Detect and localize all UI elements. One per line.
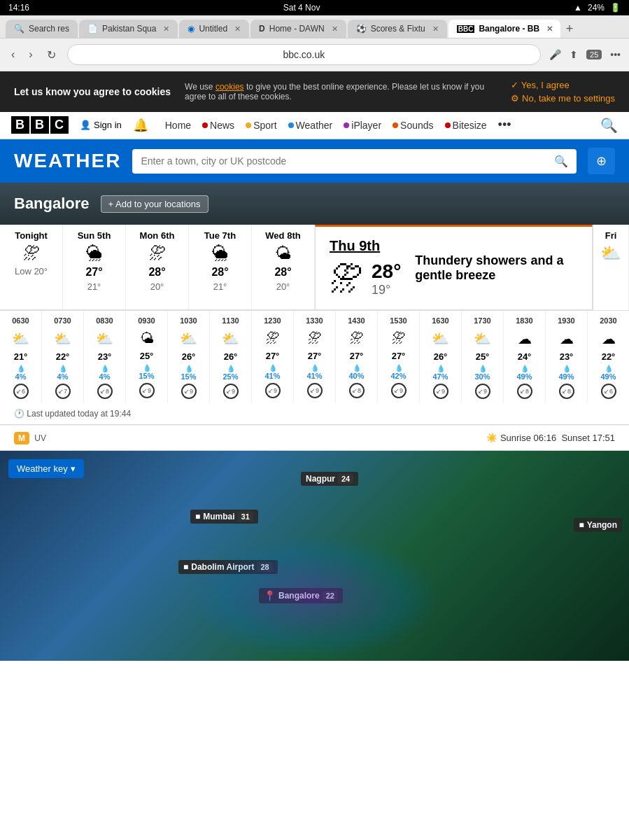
tab-close-pakistan[interactable]: ✕ bbox=[163, 24, 169, 34]
wind-speed: 9 bbox=[274, 387, 277, 394]
address-input[interactable] bbox=[67, 44, 541, 65]
wind-speed: 9 bbox=[316, 387, 319, 394]
wind-speed: 9 bbox=[441, 388, 445, 395]
uv-section: M UV bbox=[14, 433, 46, 443]
tab-close-scores[interactable]: ✕ bbox=[432, 24, 439, 34]
forecast-day-tue7[interactable]: Tue 7th 🌦 28° 21° bbox=[189, 225, 252, 309]
selected-high-temp: 28° bbox=[372, 260, 401, 283]
notification-bell[interactable]: 🔔 bbox=[133, 118, 148, 133]
hourly-time: 1930 bbox=[558, 314, 574, 328]
forecast-day-wed8[interactable]: Wed 8th 🌤 28° 20° bbox=[252, 225, 315, 309]
hourly-icon: 🌤 bbox=[140, 328, 154, 349]
nav-iplayer[interactable]: iPlayer bbox=[344, 120, 381, 131]
hourly-temp: 25° bbox=[140, 349, 154, 363]
hourly-time: 1130 bbox=[222, 314, 239, 328]
cookies-link[interactable]: cookies bbox=[215, 82, 244, 92]
precip-dots: 💧 bbox=[395, 364, 403, 372]
hourly-time: 1230 bbox=[264, 314, 281, 328]
back-button[interactable]: ‹ bbox=[8, 46, 17, 64]
hourly-wind: ↙ 8 bbox=[558, 382, 576, 400]
hourly-precip: 💧 49% bbox=[558, 363, 574, 382]
nav-more-button[interactable]: ••• bbox=[498, 118, 511, 132]
forward-button[interactable]: › bbox=[26, 46, 35, 64]
nav-home[interactable]: Home bbox=[165, 120, 191, 131]
hourly-col-1230: 1230 ⛈ 27° 💧 41% ↙ 9 bbox=[252, 311, 294, 403]
add-location-button[interactable]: + Add to your locations bbox=[101, 195, 209, 213]
map-label-nagpur[interactable]: Nagpur 24 bbox=[301, 472, 358, 486]
location-name: Bangalore bbox=[14, 195, 90, 213]
cookie-left-text: Let us know you agree to cookies bbox=[14, 86, 171, 97]
hourly-col-0630: 0630 ⛅ 21° 💧 4% ↙ 6 bbox=[0, 311, 42, 403]
map-label-yangon[interactable]: ■ Yangon bbox=[574, 518, 622, 532]
nav-news[interactable]: News bbox=[202, 120, 234, 131]
hourly-precip: 💧 30% bbox=[474, 363, 490, 382]
precip-dots: 💧 bbox=[143, 364, 151, 372]
cookie-mid-text: We use cookies to give you the best onli… bbox=[185, 82, 497, 102]
weather-search-icon[interactable]: 🔍 bbox=[554, 155, 568, 168]
cookie-yes-button[interactable]: ✓ Yes, I agree bbox=[511, 80, 615, 90]
hourly-temp: 27° bbox=[266, 349, 280, 363]
hourly-col-1930: 1930 ☁ 23° 💧 49% ↙ 8 bbox=[546, 311, 588, 403]
hourly-col-1830: 1830 ☁ 24° 💧 49% ↙ 8 bbox=[504, 311, 546, 403]
cookie-banner: Let us know you agree to cookies We use … bbox=[0, 71, 629, 112]
selected-day-info: Thu 9th ⛈ 28° 19° bbox=[330, 238, 401, 298]
share-icon[interactable]: ⬆ bbox=[570, 49, 578, 60]
uv-badge: M bbox=[14, 432, 29, 444]
forecast-day-mon6[interactable]: Mon 6th ⛈ 28° 20° bbox=[126, 225, 189, 309]
tab-label: Pakistan Squa bbox=[102, 24, 156, 34]
hourly-temp: 24° bbox=[518, 350, 532, 363]
mic-icon[interactable]: 🎤 bbox=[549, 49, 561, 60]
nav-sounds[interactable]: Sounds bbox=[393, 120, 433, 131]
forecast-day-tonight[interactable]: Tonight ⛈ Low 20° bbox=[0, 225, 63, 309]
map-section: Weather key ▾ Nagpur 24 ■ Mumbai 31 ■ Ya… bbox=[0, 451, 629, 661]
hourly-temp: 27° bbox=[392, 349, 406, 363]
hourly-forecast: 0630 ⛅ 21° 💧 4% ↙ 6 0730 ⛅ 22° 💧 4% ↙ 7 … bbox=[0, 311, 629, 403]
tab-close-dawn[interactable]: ✕ bbox=[332, 24, 338, 34]
refresh-button[interactable]: ↻ bbox=[44, 46, 59, 64]
weather-locate-button[interactable]: ⊕ bbox=[588, 148, 615, 174]
tab-close-untitled[interactable]: ✕ bbox=[234, 24, 241, 34]
precip-dots: 💧 bbox=[227, 365, 235, 372]
precip-pct: 15% bbox=[181, 372, 196, 381]
weather-search-input[interactable] bbox=[141, 155, 549, 167]
tab-search-res[interactable]: 🔍 Search res bbox=[6, 20, 78, 38]
bbc-search-button[interactable]: 🔍 bbox=[600, 117, 618, 134]
hourly-wind: ↙ 9 bbox=[474, 382, 492, 400]
sport-label: Sport bbox=[253, 120, 276, 131]
tab-scores[interactable]: ⚽ Scores & Fixtu ✕ bbox=[348, 20, 447, 38]
nav-weather[interactable]: Weather bbox=[288, 120, 333, 131]
nav-links: Home News Sport Weather iPlayer Sounds B… bbox=[165, 118, 511, 132]
cookie-no-button[interactable]: ⚙ No, take me to settings bbox=[511, 93, 615, 104]
more-button[interactable]: ••• bbox=[610, 49, 621, 60]
hourly-icon: ⛈ bbox=[392, 328, 406, 349]
tab-favicon: ◉ bbox=[188, 24, 195, 34]
hourly-precip: 💧 15% bbox=[139, 363, 154, 382]
day-icon: ⛅ bbox=[600, 244, 621, 263]
tab-untitled[interactable]: ◉ Untitled ✕ bbox=[179, 20, 249, 38]
chevron-down-icon: ▾ bbox=[71, 463, 76, 474]
map-label-mumbai[interactable]: ■ Mumbai 31 bbox=[190, 510, 258, 524]
wind-speed: 8 bbox=[567, 388, 571, 395]
forecast-day-fri[interactable]: Fri ⛅ bbox=[593, 225, 629, 310]
wind-speed: 8 bbox=[358, 387, 361, 394]
sign-in-button[interactable]: 👤 Sign in bbox=[80, 120, 122, 130]
nav-bitesize[interactable]: Bitesize bbox=[445, 120, 487, 131]
tab-dawn[interactable]: D Home - DAWN ✕ bbox=[250, 20, 346, 38]
hourly-icon: ⛅ bbox=[222, 328, 239, 350]
day-label: Fri bbox=[605, 230, 617, 241]
hourly-col-1130: 1130 ⛅ 26° 💧 25% ↙ 9 bbox=[210, 311, 252, 403]
tab-count[interactable]: 25 bbox=[586, 50, 602, 59]
battery-level: 24% bbox=[588, 3, 605, 13]
precip-dots: 💧 bbox=[605, 365, 613, 372]
wind-circle: ↙ 9 bbox=[181, 384, 197, 399]
forecast-day-sun5[interactable]: Sun 5th 🌦 27° 21° bbox=[63, 225, 126, 309]
weather-key-button[interactable]: Weather key ▾ bbox=[8, 459, 84, 478]
tab-bar: 🔍 Search res 📄 Pakistan Squa ✕ ◉ Untitle… bbox=[0, 15, 629, 38]
tab-close-bangalore[interactable]: ✕ bbox=[546, 24, 553, 34]
nav-sport[interactable]: Sport bbox=[246, 120, 276, 131]
tab-pakistan[interactable]: 📄 Pakistan Squa ✕ bbox=[79, 20, 178, 38]
precip-dots: 💧 bbox=[59, 365, 67, 372]
new-tab-button[interactable]: + bbox=[562, 22, 578, 36]
tab-bangalore[interactable]: BBC Bangalore - BB ✕ bbox=[448, 20, 560, 38]
wind-arrow: ↙ bbox=[268, 387, 274, 394]
